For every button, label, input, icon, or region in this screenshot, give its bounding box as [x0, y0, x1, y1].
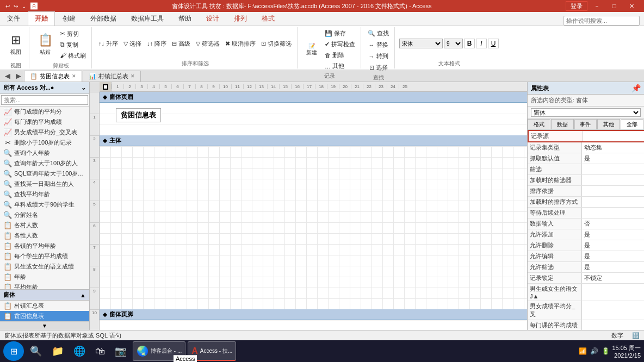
- nav-form-item-1[interactable]: 📋 贫困信息表: [0, 311, 89, 321]
- props-tab-data[interactable]: 数据: [551, 119, 574, 129]
- doc-tab-village[interactable]: 📊 村镇汇总表 ✕: [83, 71, 141, 82]
- tab-create[interactable]: 创建: [55, 11, 83, 26]
- props-tab-events[interactable]: 事件: [574, 119, 597, 129]
- props-object-select[interactable]: 窗体: [531, 108, 641, 117]
- toggle-filter-button[interactable]: ⊡切换筛选: [259, 39, 294, 49]
- nav-item-7[interactable]: 🔍 查找某一日期出生的人: [0, 179, 89, 189]
- props-val-13[interactable]: 不锁定: [582, 273, 644, 283]
- form-canvas[interactable]: ◆ 窗体页眉 贫困信息表 ◆ 主体 ◆ 窗体页脚: [100, 92, 527, 330]
- props-val-7[interactable]: [582, 208, 644, 218]
- nav-item-0[interactable]: 📈 每门成绩的平均分: [0, 107, 89, 117]
- new-record-button[interactable]: 📝 新建: [302, 35, 321, 65]
- italic-button[interactable]: I: [476, 39, 487, 48]
- props-val-12[interactable]: 是: [582, 262, 644, 272]
- taskbar-battery-icon[interactable]: 🔋: [602, 347, 610, 355]
- props-val-5[interactable]: [582, 186, 644, 196]
- save-record-button[interactable]: 💾保存: [323, 28, 357, 39]
- doc-tab-village-close[interactable]: ✕: [131, 73, 135, 79]
- tab-external[interactable]: 外部数据: [83, 11, 123, 26]
- props-val-4[interactable]: [582, 175, 644, 185]
- nav-item-15[interactable]: 📋 男生或女生的语文成绩: [0, 261, 89, 272]
- props-tab-all[interactable]: 全部: [621, 119, 643, 129]
- nav-item-12[interactable]: 📋 各性人数: [0, 230, 89, 241]
- nav-item-8[interactable]: 🔍 查找平均年龄: [0, 189, 89, 199]
- taskbar-photos[interactable]: 📷: [111, 341, 131, 361]
- nav-item-2[interactable]: 📈 男女成绩平均分_交叉表: [0, 127, 89, 138]
- search-input[interactable]: [564, 16, 640, 26]
- nav-form-item-0[interactable]: 📋 村镇汇总表: [0, 301, 89, 311]
- filter-button[interactable]: ▽筛选器: [194, 39, 222, 49]
- nav-scroll-down[interactable]: ▼: [0, 321, 89, 330]
- taskbar-store[interactable]: 🛍: [91, 341, 109, 361]
- tab-arrange[interactable]: 排列: [227, 11, 254, 26]
- close-button[interactable]: ✕: [623, 1, 640, 11]
- nav-item-17[interactable]: 📋 平均年龄: [0, 282, 89, 289]
- section-footer-header[interactable]: ◆ 窗体页脚: [100, 309, 527, 320]
- tab-design[interactable]: 设计: [199, 11, 226, 26]
- nav-item-14[interactable]: 📋 每个学生的平均成绩: [0, 251, 89, 261]
- tab-dbtools[interactable]: 数据库工具: [124, 11, 171, 26]
- goto-button[interactable]: →转到: [367, 51, 391, 61]
- find-button[interactable]: 🔍查找: [366, 28, 391, 39]
- nav-item-13[interactable]: 📋 各镇的平均年龄: [0, 241, 89, 251]
- tab-help[interactable]: 帮助: [171, 11, 199, 26]
- nav-item-1[interactable]: 📈 每门课的平均成绩: [0, 117, 89, 127]
- props-val-8[interactable]: 否: [582, 219, 644, 229]
- nav-header[interactable]: 所有 Access 对...● ⌄: [0, 82, 89, 94]
- doc-tab-poverty[interactable]: 📋 贫困信息表 ✕: [24, 71, 82, 82]
- ruler-corner[interactable]: [100, 82, 112, 91]
- check-button[interactable]: ✔拼写检查: [323, 39, 357, 49]
- font-family-select[interactable]: 宋体: [399, 39, 443, 48]
- nav-toggle-btn[interactable]: ◀: [2, 72, 13, 80]
- replace-button[interactable]: ↔替换: [367, 40, 391, 50]
- cut-button[interactable]: ✂ 剪切: [58, 29, 88, 39]
- nav-item-5[interactable]: 🔍 查询年龄大于100岁的人: [0, 158, 89, 168]
- maximize-button[interactable]: □: [606, 1, 622, 11]
- font-size-select[interactable]: 9: [444, 39, 463, 48]
- more-button[interactable]: …其他: [323, 61, 357, 71]
- taskbar-network-icon[interactable]: 📶: [579, 347, 587, 355]
- paste-button[interactable]: 📋 粘贴: [34, 28, 57, 61]
- props-val-1[interactable]: 动态集: [582, 142, 644, 153]
- section-header-top[interactable]: ◆ 窗体页眉: [100, 92, 527, 103]
- nav-item-10[interactable]: 🔍 分解姓名: [0, 210, 89, 220]
- remove-filter-button[interactable]: ✖取消排序: [223, 39, 258, 49]
- props-val-2[interactable]: 是: [582, 153, 644, 164]
- props-extra-val-0[interactable]: [582, 284, 644, 301]
- taskbar-edge[interactable]: 🌐: [70, 341, 89, 361]
- nav-item-6[interactable]: 🔍 SQL查询年龄大于100岁...: [0, 168, 89, 179]
- props-val-10[interactable]: 是: [582, 240, 644, 251]
- nav-item-11[interactable]: 📋 各村人数: [0, 220, 89, 230]
- nav-search-input[interactable]: [1, 95, 88, 105]
- record-source-input[interactable]: [585, 133, 644, 140]
- record-source-value[interactable]: ▼ ⊞: [583, 131, 644, 141]
- section-main-content[interactable]: [100, 146, 527, 309]
- tab-format[interactable]: 格式: [255, 11, 282, 26]
- underline-button[interactable]: U: [488, 39, 499, 48]
- copy-button[interactable]: ⧉ 复制: [58, 40, 88, 50]
- select-button[interactable]: ⊡选择: [367, 63, 390, 73]
- doc-tab-poverty-close[interactable]: ✕: [72, 73, 76, 79]
- taskbar-volume-icon[interactable]: 🔊: [590, 347, 598, 355]
- nav-item-9[interactable]: 🔍 单科成绩大于90的学生: [0, 199, 89, 210]
- nav-item-3[interactable]: ✂ 删除小于100岁的记录: [0, 138, 89, 148]
- taskbar-search[interactable]: 🔍: [26, 341, 46, 361]
- login-button[interactable]: 登录: [566, 1, 587, 11]
- taskbar-clock[interactable]: 15:05 周一 2021/2/15: [612, 344, 641, 359]
- filter-select-button[interactable]: ▽选择: [121, 39, 144, 49]
- format-painter-button[interactable]: 🖌 格式刷: [58, 51, 88, 61]
- delete-button[interactable]: 🗑删除: [323, 50, 357, 60]
- sort-asc-button[interactable]: ↑↓升序: [96, 39, 120, 49]
- props-val-3[interactable]: [582, 164, 644, 174]
- props-val-9[interactable]: 是: [582, 229, 644, 240]
- props-val-11[interactable]: 是: [582, 251, 644, 261]
- view-button[interactable]: ⊞ 视图: [6, 28, 26, 61]
- filter-adv-button[interactable]: ⊟高级: [170, 39, 193, 49]
- qa-undo[interactable]: ↩: [4, 3, 11, 10]
- section-main-header[interactable]: ◆ 主体: [100, 135, 527, 146]
- props-extra-val-2[interactable]: [582, 320, 644, 330]
- props-tab-other[interactable]: 其他: [597, 119, 620, 129]
- qa-redo[interactable]: ↪: [13, 3, 19, 10]
- nav-toggle-btn2[interactable]: ▶: [13, 72, 24, 80]
- nav-item-16[interactable]: 📋 年龄: [0, 272, 89, 282]
